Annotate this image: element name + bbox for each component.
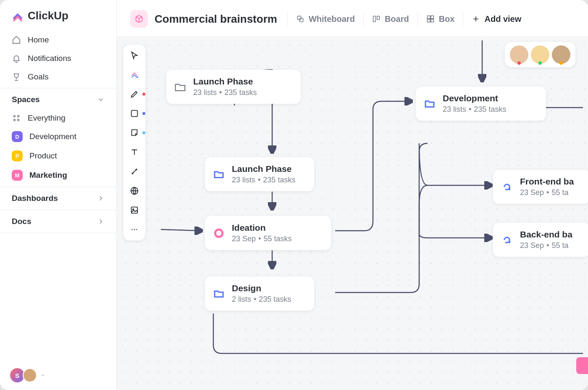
bell-icon xyxy=(12,54,21,63)
tool-text[interactable] xyxy=(129,147,139,157)
view-whiteboard[interactable]: Whiteboard xyxy=(287,12,363,26)
cursor-presence-tag xyxy=(576,357,588,374)
sticky-note-icon xyxy=(130,128,139,137)
tool-connector[interactable] xyxy=(129,166,139,177)
node-title: Ideation xyxy=(232,223,291,233)
node-meta: 23 Sep•55 tasks xyxy=(232,235,291,243)
node-launch-phase-2[interactable]: Launch Phase 23 lists•235 tasks xyxy=(205,157,314,191)
connector-icon xyxy=(130,167,139,176)
node-frontend[interactable]: Front-end ba 23 Sep•55 ta xyxy=(493,170,588,204)
view-board[interactable]: Board xyxy=(363,12,417,26)
presence-avatar[interactable] xyxy=(510,45,528,64)
nav-home-label: Home xyxy=(28,35,49,45)
svg-rect-9 xyxy=(431,16,434,19)
node-meta: 23 lists•235 tasks xyxy=(443,105,506,114)
node-meta: 23 lists•235 tasks xyxy=(193,88,257,97)
tool-web[interactable] xyxy=(129,186,139,196)
plus-icon xyxy=(472,15,480,23)
space-everything-label: Everything xyxy=(28,113,66,123)
svg-rect-8 xyxy=(427,16,430,19)
clickup-logo-icon xyxy=(12,10,24,22)
svg-point-2 xyxy=(14,119,16,121)
grid-icon xyxy=(12,113,21,123)
brand-name: ClickUp xyxy=(28,9,68,22)
box-grid-icon xyxy=(426,15,435,23)
primary-nav: Home Notifications Goals xyxy=(0,29,116,88)
node-title: Development xyxy=(443,93,506,103)
node-ideation[interactable]: Ideation 23 Sep•55 tasks xyxy=(205,216,331,250)
caret-down-icon xyxy=(40,373,45,378)
svg-point-1 xyxy=(18,116,19,117)
view-label: Whiteboard xyxy=(309,14,355,24)
node-design[interactable]: Design 2 lists•235 tasks xyxy=(205,277,314,311)
tool-clickup[interactable] xyxy=(129,70,139,80)
nav-dashboards[interactable]: Dashboards xyxy=(0,187,116,210)
node-meta: 23 Sep•55 ta xyxy=(520,188,574,197)
square-icon xyxy=(130,109,139,118)
globe-icon xyxy=(130,186,139,195)
home-icon xyxy=(12,35,21,45)
nav-goals[interactable]: Goals xyxy=(6,68,110,86)
main: Commercial brainstorm Whiteboard Board B… xyxy=(117,0,588,390)
tool-select[interactable] xyxy=(129,50,139,61)
tool-sticky[interactable] xyxy=(129,128,139,138)
avatar-initial: S xyxy=(10,368,24,382)
tool-more[interactable] xyxy=(129,224,139,235)
space-badge: D xyxy=(12,131,23,142)
nav-home[interactable]: Home xyxy=(6,31,110,49)
topbar: Commercial brainstorm Whiteboard Board B… xyxy=(117,0,588,36)
space-marketing[interactable]: M Marketing xyxy=(6,166,110,185)
tool-shape[interactable] xyxy=(129,108,139,119)
trophy-icon xyxy=(12,72,21,82)
avatar-photo xyxy=(23,368,37,382)
nav-notifications[interactable]: Notifications xyxy=(6,49,110,68)
nav-dashboards-label: Dashboards xyxy=(12,194,58,203)
text-icon xyxy=(130,148,139,157)
svg-point-3 xyxy=(18,119,19,121)
chevron-right-icon xyxy=(97,218,105,225)
presence-avatars[interactable] xyxy=(505,42,575,67)
space-badge: M xyxy=(12,170,23,181)
node-title: Front-end ba xyxy=(520,177,574,187)
sync-folder-icon xyxy=(213,168,225,181)
svg-point-18 xyxy=(136,229,137,230)
svg-rect-6 xyxy=(373,16,375,21)
view-box[interactable]: Box xyxy=(417,12,463,26)
sync-folder-icon xyxy=(423,98,436,110)
spaces-header[interactable]: Spaces xyxy=(0,88,116,108)
profile-switcher[interactable]: S xyxy=(10,368,45,382)
presence-avatar[interactable] xyxy=(552,45,570,64)
spaces-header-label: Spaces xyxy=(12,95,40,104)
nav-docs[interactable]: Docs xyxy=(0,210,116,233)
node-title: Back-end ba xyxy=(520,229,572,240)
folder-icon xyxy=(174,81,186,93)
add-view[interactable]: Add view xyxy=(463,12,530,26)
node-meta: 2 lists•235 tasks xyxy=(232,295,291,304)
tool-pen[interactable] xyxy=(129,89,139,99)
svg-point-17 xyxy=(134,229,135,230)
whiteboard-canvas[interactable]: Launch Phase 23 lists•235 tasks Launch P… xyxy=(117,36,588,390)
space-development[interactable]: D Development xyxy=(6,127,110,146)
page-title: Commercial brainstorm xyxy=(155,13,277,26)
svg-rect-11 xyxy=(431,19,434,22)
node-launch-phase[interactable]: Launch Phase 23 lists•235 tasks xyxy=(166,70,301,104)
tool-image[interactable] xyxy=(129,205,139,215)
nav-notifications-label: Notifications xyxy=(28,54,71,63)
node-development[interactable]: Development 23 lists•235 tasks xyxy=(416,87,546,121)
view-label: Box xyxy=(439,14,455,24)
space-label: Marketing xyxy=(29,171,67,180)
board-icon xyxy=(372,15,381,23)
cursor-icon xyxy=(130,51,139,60)
space-product[interactable]: P Product xyxy=(6,146,110,166)
page-icon[interactable] xyxy=(130,10,148,28)
node-title: Launch Phase xyxy=(232,164,295,174)
chevron-right-icon xyxy=(97,195,105,202)
nav-docs-label: Docs xyxy=(12,217,31,226)
brand-logo[interactable]: ClickUp xyxy=(0,0,116,29)
node-backend[interactable]: Back-end ba 23 Sep•55 ta xyxy=(493,223,588,257)
space-everything[interactable]: Everything xyxy=(6,109,110,127)
svg-point-16 xyxy=(132,229,132,230)
clickup-add-icon xyxy=(130,70,139,79)
presence-avatar[interactable] xyxy=(531,45,549,64)
whiteboard-icon xyxy=(296,15,304,23)
